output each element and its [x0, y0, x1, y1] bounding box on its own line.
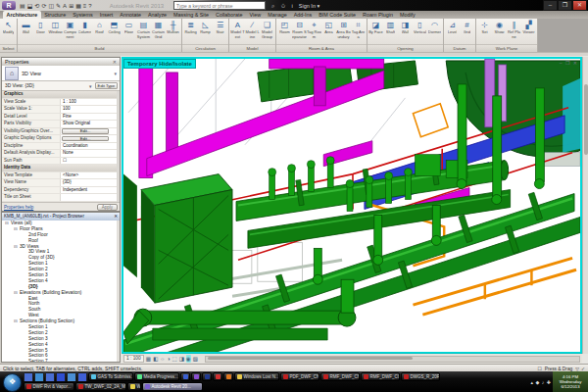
- shadows-icon[interactable]: ◑: [167, 355, 170, 363]
- tray-show-hidden-icon[interactable]: ▴: [530, 379, 533, 385]
- property-value[interactable]: 1 : 100: [61, 99, 117, 106]
- property-value[interactable]: {3D}: [61, 179, 117, 186]
- infocenter-search-input[interactable]: [173, 1, 266, 10]
- tree-expander-icon[interactable]: ⊟: [14, 318, 19, 324]
- taskbar-button[interactable]: RMF_DWF_CC_2...: [361, 372, 400, 381]
- property-value[interactable]: 100: [61, 106, 117, 113]
- ribbon-tool[interactable]: ⌗ Tag Area: [351, 20, 366, 39]
- ribbon-tool[interactable]: ▦ Curtain Grid: [151, 20, 166, 39]
- start-button[interactable]: ❖: [3, 373, 22, 392]
- ribbon-tool[interactable]: ↖ Modify: [1, 20, 16, 35]
- property-value[interactable]: None: [61, 150, 117, 157]
- selection-icon[interactable]: ✓: [581, 367, 585, 371]
- ribbon-tool[interactable]: ◱ Area: [321, 20, 336, 35]
- qat-undo-icon[interactable]: ⟲: [34, 1, 39, 11]
- tab-add-ins[interactable]: Add-Ins: [290, 11, 316, 19]
- ribbon-panel-name[interactable]: Room & Area: [276, 44, 367, 52]
- property-value[interactable]: Fine: [61, 114, 117, 121]
- ribbon-tool[interactable]: ⬒ Ceiling: [107, 20, 122, 35]
- property-value[interactable]: Coordination: [61, 143, 117, 150]
- show-crop-icon[interactable]: ◨: [179, 355, 184, 363]
- model-view-window[interactable]: Temporary Hide/Isolate – ❐ ✕: [122, 57, 582, 354]
- tray-security-icon[interactable]: ✚: [547, 379, 551, 385]
- ribbon-tool[interactable]: ▯ Door: [33, 20, 48, 35]
- instance-selector[interactable]: 3D View: {3D}: [2, 83, 89, 88]
- tab-roam-plugin[interactable]: Roam Plugin: [360, 11, 397, 19]
- pinned-app-2[interactable]: [34, 372, 44, 381]
- tree-item[interactable]: Section 7: [2, 359, 117, 362]
- horizontal-scrollbar-thumb[interactable]: [208, 357, 414, 360]
- ribbon-tool[interactable]: ▥ Shaft: [383, 20, 398, 35]
- ribbon-tool[interactable]: ◫ Window: [48, 20, 63, 35]
- tab-modify[interactable]: Modify: [396, 11, 418, 19]
- qat-redo-icon[interactable]: ⟳: [41, 1, 46, 11]
- taskbar-button[interactable]: Media Progress...: [134, 372, 179, 381]
- taskbar-button[interactable]: [223, 372, 233, 381]
- search-go-icon[interactable]: ⌕: [271, 1, 274, 11]
- tab-insert[interactable]: Insert: [96, 11, 116, 19]
- qat-open-icon[interactable]: ▤: [20, 1, 25, 11]
- ribbon-tool[interactable]: ▭ Floor: [122, 20, 136, 35]
- ribbon-tool[interactable]: ◪ By Face: [368, 20, 383, 35]
- sun-path-icon[interactable]: ☼: [160, 355, 165, 363]
- ribbon-tool[interactable]: ⌂ Roof: [92, 20, 107, 35]
- model-3d-view[interactable]: [123, 59, 580, 352]
- filter-icon[interactable]: ▽: [575, 367, 579, 371]
- vertical-scrollbar-thumb[interactable]: [584, 84, 588, 155]
- ribbon-tool[interactable]: ◉ Show: [492, 20, 507, 35]
- tab-systems[interactable]: Systems: [70, 11, 97, 19]
- ribbon-panel-name[interactable]: Build: [18, 44, 181, 52]
- tab-annotate[interactable]: Annotate: [117, 11, 145, 19]
- tree-expander-icon[interactable]: ⊟: [5, 220, 10, 226]
- apply-button[interactable]: Apply: [97, 204, 118, 211]
- restore-button[interactable]: ❐: [558, 0, 572, 11]
- ribbon-tool[interactable]: ⊞ Area Boundary: [336, 20, 351, 39]
- pinned-app-6[interactable]: [77, 372, 87, 381]
- taskbar-button[interactable]: W: [127, 382, 141, 391]
- properties-help-link[interactable]: Properties help: [4, 205, 33, 210]
- ribbon-tool[interactable]: ╫ Mullion: [166, 20, 180, 35]
- property-value[interactable]: [61, 194, 117, 201]
- ribbon-panel-name[interactable]: Datum: [444, 44, 475, 52]
- ribbon-tool[interactable]: ▞ Viewer: [521, 20, 536, 35]
- tree-expander-icon[interactable]: ⊟: [14, 244, 19, 250]
- ribbon-tool[interactable]: ◺ Ramp: [198, 20, 213, 35]
- ribbon-panel-name[interactable]: Circulation: [182, 44, 228, 52]
- ribbon-tool[interactable]: ▣ Component: [63, 20, 77, 39]
- tree-expander-icon[interactable]: ⊟: [14, 226, 19, 232]
- visual-style-icon[interactable]: ◧: [153, 355, 158, 363]
- minimize-button[interactable]: –: [543, 0, 558, 11]
- qat-print-icon[interactable]: ◫: [48, 1, 54, 11]
- pinned-app-1[interactable]: [24, 372, 33, 381]
- edit-type-button[interactable]: Edit Type: [95, 82, 118, 89]
- reveal-hidden-icon[interactable]: ▧: [193, 355, 198, 363]
- ribbon-tool[interactable]: ▬ Wall: [19, 20, 33, 35]
- taskbar-button[interactable]: [180, 372, 190, 381]
- sign-in-button[interactable]: Sign In ▾: [299, 3, 319, 9]
- ribbon-tool[interactable]: ◨ Wall: [398, 20, 413, 35]
- ribbon-tool[interactable]: # Grid: [460, 20, 474, 35]
- qat-text-icon[interactable]: A: [63, 1, 67, 11]
- ribbon-tool[interactable]: ▮ Column: [77, 20, 92, 35]
- ribbon-tool[interactable]: ◰ Room: [277, 20, 292, 35]
- taskbar-clock[interactable]: 4:16 PM Wednesday 6/12/2013: [553, 371, 588, 392]
- property-value[interactable]: Show Original: [61, 121, 117, 127]
- qat-measure-icon[interactable]: ✎: [56, 1, 61, 11]
- ribbon-tool[interactable]: ☰ Stair: [213, 20, 227, 35]
- ribbon-tool[interactable]: ⊿ Level: [445, 20, 460, 35]
- tray-volume-icon[interactable]: ♪: [542, 379, 545, 385]
- qat-help-icon[interactable]: ?: [88, 1, 91, 11]
- taskbar-button[interactable]: GAS To Submiss...: [88, 372, 133, 381]
- tab-analyze[interactable]: Analyze: [144, 11, 170, 19]
- close-button[interactable]: ✕: [572, 0, 587, 11]
- horizontal-scrollbar[interactable]: [205, 356, 580, 363]
- ribbon-tool[interactable]: ⌖ Tag Room: [307, 20, 321, 39]
- taskbar-button[interactable]: DWF Rvt & Vapor...: [24, 382, 74, 391]
- property-value[interactable]: Independent: [61, 187, 117, 194]
- ribbon-tool[interactable]: A Model Text: [230, 20, 245, 39]
- pinned-app-4[interactable]: [56, 372, 66, 381]
- tab-collaborate[interactable]: Collaborate: [213, 11, 247, 19]
- ribbon-panel-name[interactable]: Work Plane: [476, 44, 537, 52]
- qat-section-icon[interactable]: ▦: [75, 1, 81, 11]
- ribbon-tool[interactable]: ∕ Model Line: [245, 20, 260, 39]
